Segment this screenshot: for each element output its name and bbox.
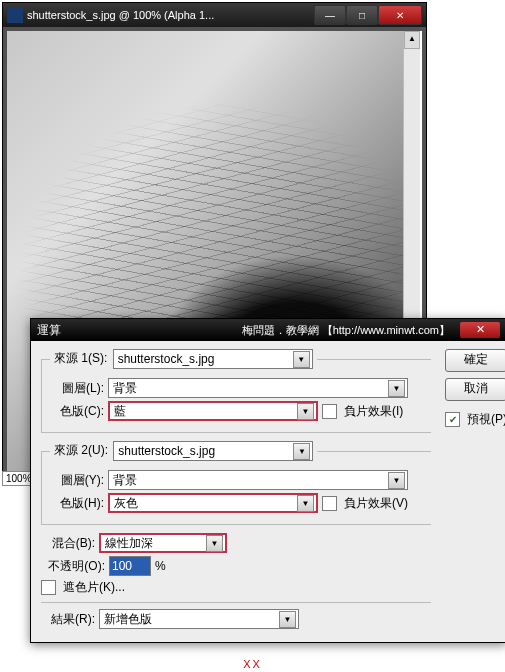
opacity-label: 不透明(O):	[41, 558, 105, 575]
source1-channel-dropdown[interactable]: 藍 ▼	[108, 401, 318, 421]
source1-group: 來源 1(S): shutterstock_s.jpg ▼ 圖層(L): 背景 …	[41, 349, 431, 433]
source1-layer-dropdown[interactable]: 背景 ▼	[108, 378, 408, 398]
source1-layer-row: 圖層(L): 背景 ▼	[50, 378, 427, 398]
close-button[interactable]: ✕	[378, 5, 422, 25]
source1-channel-label: 色版(C):	[50, 403, 104, 420]
source2-channel-label: 色版(H):	[50, 495, 104, 512]
result-value: 新增色版	[104, 611, 279, 628]
maximize-button[interactable]: □	[346, 5, 378, 25]
footer-mark: XX	[243, 658, 262, 670]
dropdown-arrow-icon: ▼	[388, 380, 405, 397]
source2-layer-value: 背景	[113, 472, 388, 489]
blend-value: 線性加深	[105, 535, 206, 552]
result-label: 結果(R):	[41, 611, 95, 628]
dropdown-arrow-icon: ▼	[206, 535, 223, 552]
minimize-button[interactable]: —	[314, 5, 346, 25]
window-controls: — □ ✕	[314, 5, 422, 25]
source1-layer-value: 背景	[113, 380, 388, 397]
source2-layer-label: 圖層(Y):	[50, 472, 104, 489]
source2-invert-checkbox[interactable]	[322, 496, 337, 511]
window-title: shutterstock_s.jpg @ 100% (Alpha 1...	[27, 9, 314, 21]
source2-legend: 來源 2(U): shutterstock_s.jpg ▼	[50, 441, 317, 461]
dialog-body: 來源 1(S): shutterstock_s.jpg ▼ 圖層(L): 背景 …	[31, 341, 505, 642]
dialog-watermark: 梅問題．教學網 【http://www.minwt.com】	[121, 323, 450, 338]
source1-legend: 來源 1(S): shutterstock_s.jpg ▼	[50, 349, 317, 369]
source2-invert-label: 負片效果(V)	[344, 495, 408, 512]
dropdown-arrow-icon: ▼	[293, 351, 310, 368]
cancel-button[interactable]: 取消	[445, 378, 505, 401]
dialog-close-button[interactable]: ✕	[460, 322, 500, 338]
mask-row: 遮色片(K)...	[41, 579, 431, 596]
source1-layer-label: 圖層(L):	[50, 380, 104, 397]
dialog-main-column: 來源 1(S): shutterstock_s.jpg ▼ 圖層(L): 背景 …	[41, 349, 431, 629]
ok-button[interactable]: 確定	[445, 349, 505, 372]
source1-channel-row: 色版(C): 藍 ▼ 負片效果(I)	[50, 401, 427, 421]
image-window-titlebar[interactable]: shutterstock_s.jpg @ 100% (Alpha 1... — …	[3, 3, 426, 27]
dialog-title: 運算	[37, 322, 61, 339]
source1-file-value: shutterstock_s.jpg	[118, 352, 293, 366]
source1-file-dropdown[interactable]: shutterstock_s.jpg ▼	[113, 349, 313, 369]
preview-row: ✔ 預視(P)	[445, 411, 505, 428]
source2-layer-dropdown[interactable]: 背景 ▼	[108, 470, 408, 490]
source2-layer-row: 圖層(Y): 背景 ▼	[50, 470, 427, 490]
source2-channel-dropdown[interactable]: 灰色 ▼	[108, 493, 318, 513]
dropdown-arrow-icon: ▼	[297, 495, 314, 512]
blend-label: 混合(B):	[41, 535, 95, 552]
preview-checkbox[interactable]: ✔	[445, 412, 460, 427]
result-row: 結果(R): 新增色版 ▼	[41, 609, 431, 629]
opacity-unit: %	[155, 559, 166, 573]
source2-file-value: shutterstock_s.jpg	[118, 444, 293, 458]
dropdown-arrow-icon: ▼	[293, 443, 310, 460]
mask-label: 遮色片(K)...	[63, 579, 125, 596]
preview-label: 預視(P)	[467, 411, 505, 428]
divider	[41, 602, 431, 603]
dialog-side-column: 確定 取消 ✔ 預視(P)	[439, 349, 505, 431]
dropdown-arrow-icon: ▼	[279, 611, 296, 628]
mask-checkbox[interactable]	[41, 580, 56, 595]
opacity-input[interactable]	[109, 556, 151, 576]
blend-dropdown[interactable]: 線性加深 ▼	[99, 533, 227, 553]
source2-channel-value: 灰色	[114, 495, 297, 512]
source1-channel-value: 藍	[114, 403, 297, 420]
source2-channel-row: 色版(H): 灰色 ▼ 負片效果(V)	[50, 493, 427, 513]
dropdown-arrow-icon: ▼	[297, 403, 314, 420]
source2-file-dropdown[interactable]: shutterstock_s.jpg ▼	[113, 441, 313, 461]
source1-invert-checkbox[interactable]	[322, 404, 337, 419]
app-icon	[7, 7, 23, 23]
result-dropdown[interactable]: 新增色版 ▼	[99, 609, 299, 629]
dialog-titlebar[interactable]: 運算 梅問題．教學網 【http://www.minwt.com】 ✕	[31, 319, 505, 341]
opacity-row: 不透明(O): %	[41, 556, 431, 576]
blend-row: 混合(B): 線性加深 ▼	[41, 533, 431, 553]
source1-invert-label: 負片效果(I)	[344, 403, 403, 420]
source2-group: 來源 2(U): shutterstock_s.jpg ▼ 圖層(Y): 背景 …	[41, 441, 431, 525]
calculations-dialog: 運算 梅問題．教學網 【http://www.minwt.com】 ✕ 來源 1…	[30, 318, 505, 643]
dropdown-arrow-icon: ▼	[388, 472, 405, 489]
